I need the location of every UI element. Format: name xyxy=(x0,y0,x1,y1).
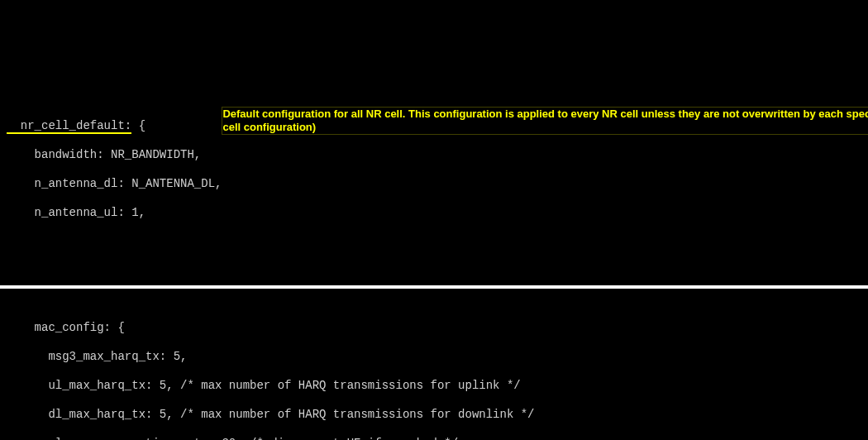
annotation-callout: Default configuration for all NR cell. T… xyxy=(180,92,856,150)
code-line: ul_max_consecutive_retx: 30, /* disconne… xyxy=(7,437,861,441)
code-line: mac_config: { xyxy=(7,321,861,336)
code-line: ul_max_harq_tx: 5, /* max number of HARQ… xyxy=(7,379,861,394)
code-block-lower: mac_config: { msg3_max_harq_tx: 5, ul_ma… xyxy=(0,303,868,440)
annotated-region: Default configuration for all NR cell. T… xyxy=(7,90,861,250)
separator xyxy=(0,285,868,289)
annotation-text: Default configuration for all NR cell. T… xyxy=(222,107,868,136)
code-line: n_antenna_ul: 1, xyxy=(7,206,861,221)
code-line: dl_max_harq_tx: 5, /* max number of HARQ… xyxy=(7,408,861,423)
code-block: Default configuration for all NR cell. T… xyxy=(0,58,868,270)
code-line: msg3_max_harq_tx: 5, xyxy=(7,350,861,365)
code-line: n_antenna_dl: N_ANTENNA_DL, xyxy=(7,177,861,192)
code-line: bandwidth: NR_BANDWIDTH, xyxy=(7,148,861,163)
